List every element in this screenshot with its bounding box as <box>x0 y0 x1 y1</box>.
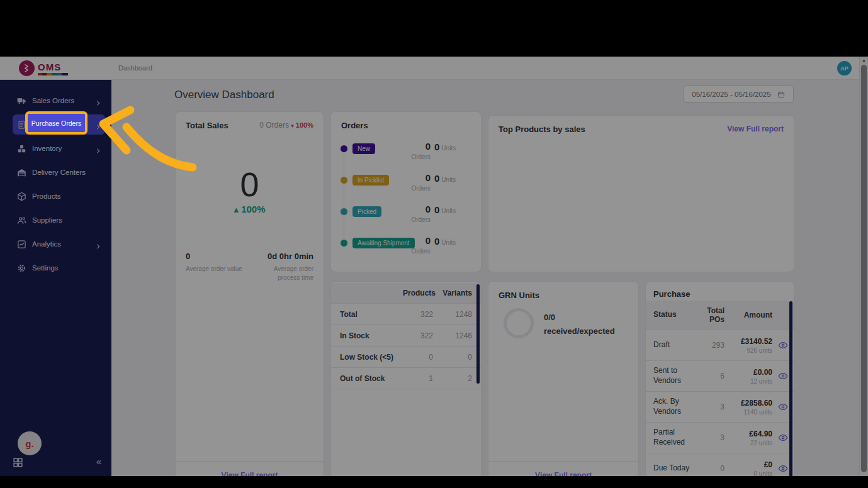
stock-row-in-stock: In Stock 322 1246 <box>331 325 481 347</box>
orders-row-new: New 0Orders 0Units <box>340 141 473 161</box>
orders-row-picked: Picked 0Orders 0Units <box>340 204 473 224</box>
total-sales-view-full-report-link[interactable]: View Full report <box>222 471 278 476</box>
orders-count: 0 <box>426 204 431 214</box>
stock-row-out-of-stock: Out of Stock 1 2 <box>331 368 481 389</box>
date-range-picker[interactable]: 05/16/2025 - 05/16/2025 <box>683 86 794 103</box>
stock-table-scrollbar[interactable] <box>476 284 480 384</box>
grn-view-full-report-link[interactable]: View Full report <box>535 471 592 476</box>
status-badge: Awaiting Shipment <box>352 238 415 248</box>
col-variants: Variants <box>442 289 481 297</box>
sidebar-item-sales-orders[interactable]: Sales Orders <box>0 89 111 113</box>
apps-grid-icon[interactable] <box>13 457 23 470</box>
sidebar-item-label: Products <box>32 192 60 200</box>
calendar-icon <box>777 91 785 98</box>
grn-units-card: GRN Units 0/0 received/expected View Ful… <box>488 281 639 476</box>
total-sales-orders-count: 0 Orders ▾ 100% <box>259 121 313 130</box>
status-dot <box>341 145 347 152</box>
truck-icon <box>17 96 26 106</box>
orders-row-in-picklist: In Picklist 0Orders 0Units <box>340 172 473 192</box>
top-products-card: Top Products by sales View Full report <box>488 115 794 272</box>
status-badge: In Picklist <box>352 175 389 186</box>
chevron-right-icon <box>95 121 101 128</box>
units-count: 0 <box>434 173 439 184</box>
sidebar-item-inventory[interactable]: Inventory <box>0 136 111 160</box>
units-count: 0 <box>434 141 439 152</box>
sidebar-item-analytics[interactable]: Analytics <box>0 232 111 256</box>
scrollbar-thumb[interactable] <box>861 65 867 472</box>
orders-row-awaiting-shipment: Awaiting Shipment 0Orders 0Units <box>340 235 473 255</box>
units-count: 0 <box>434 236 439 247</box>
total-sales-title: Total Sales <box>186 121 228 130</box>
stock-row-total: Total 322 1248 <box>331 304 481 325</box>
analytics-chart-icon <box>17 240 26 249</box>
grn-title: GRN Units <box>499 291 539 300</box>
breadcrumb: Dashboard <box>118 64 152 72</box>
app-window: OMS Dashboard AP Sales Orders Purchase O… <box>0 57 868 476</box>
down-arrow-icon: ▾ <box>291 123 294 129</box>
orders-count: 0 <box>426 235 431 246</box>
col-products: Products <box>403 289 442 297</box>
purchase-row-ack-by-vendors: Ack. By Vendors 3 £2858.601140 units <box>646 392 794 423</box>
units-count: 0 <box>434 204 439 215</box>
status-dot <box>341 208 347 215</box>
gear-icon <box>17 263 26 273</box>
purchase-row-draft: Draft 293 £3140.52926 units <box>646 330 794 361</box>
col-amount: Amount <box>724 311 772 319</box>
top-products-view-full-report-link[interactable]: View Full report <box>727 125 784 133</box>
grn-caption: received/expected <box>544 324 615 338</box>
purchase-table-header: Status Total POs Amount <box>646 301 794 330</box>
sidebar-item-label: Delivery Centers <box>32 169 86 176</box>
col-total-pos: Total POs <box>697 306 724 324</box>
chevron-right-icon <box>95 145 101 152</box>
status-dot <box>341 240 347 247</box>
purchase-table-scrollbar[interactable] <box>789 301 792 476</box>
orders-count: 0 <box>426 172 431 183</box>
sidebar-collapse-button[interactable]: « <box>96 456 101 467</box>
people-icon <box>17 216 26 225</box>
annotation-highlight-purchase-orders[interactable]: Purchase Orders <box>25 111 87 135</box>
user-avatar[interactable]: AP <box>837 61 852 75</box>
warehouse-icon <box>17 168 26 177</box>
scroll-up-arrow-icon[interactable]: ▲ <box>860 58 868 62</box>
oms-logo-icon <box>19 60 35 76</box>
sidebar-item-suppliers[interactable]: Suppliers <box>0 208 111 232</box>
orders-title: Orders <box>341 121 368 130</box>
chevron-right-icon <box>95 97 101 104</box>
orders-card: Orders New 0Orders 0Units In Picklist 0O… <box>330 111 482 272</box>
orders-count: 0 <box>426 141 431 152</box>
sidebar-item-label: Settings <box>32 264 59 272</box>
avg-process-time-block: 0d 0hr 0min Average order process time <box>254 252 313 282</box>
chevron-right-icon <box>95 241 101 247</box>
brand-underline <box>38 73 68 75</box>
sidebar-item-label: Suppliers <box>32 216 62 224</box>
sidebar-item-products[interactable]: Products <box>0 184 111 208</box>
stock-summary-card: Products Variants Total 322 1248 In Stoc… <box>330 281 482 476</box>
sidebar-item-label: Sales Orders <box>32 97 74 104</box>
top-products-title: Top Products by sales <box>499 125 585 134</box>
sidebar-item-label: Inventory <box>32 145 62 152</box>
inventory-boxes-icon <box>17 144 26 153</box>
col-status: Status <box>646 310 697 320</box>
sidebar: Sales Orders Purchase Orders Inventory <box>0 80 111 476</box>
total-sales-card: Total Sales 0 Orders ▾ 100% 0 ▴ 100% 0 A… <box>175 111 324 476</box>
status-badge: Picked <box>352 206 381 217</box>
purchase-row-partial-received: Partial Received 3 £64.9022 units <box>646 423 794 453</box>
sidebar-item-delivery-centers[interactable]: Delivery Centers <box>0 160 111 184</box>
total-sales-change: ▴ 100% <box>176 204 324 215</box>
brand-name: OMS <box>38 62 61 72</box>
grn-value-block: 0/0 received/expected <box>544 311 615 338</box>
grn-value: 0/0 <box>544 311 615 324</box>
date-range-value: 05/16/2025 - 05/16/2025 <box>692 91 770 98</box>
g-logo: g. <box>18 431 42 455</box>
status-badge: New <box>352 143 375 154</box>
stock-table-header: Products Variants <box>331 283 481 304</box>
grn-progress-ring <box>504 308 534 338</box>
purchase-title: Purchase <box>653 289 690 299</box>
page-title: Overview Dashboard <box>174 89 274 101</box>
top-bar: OMS Dashboard AP <box>0 57 859 80</box>
sidebar-item-label: Analytics <box>32 240 61 248</box>
page-scrollbar[interactable]: ▲ <box>859 57 868 476</box>
avg-order-value-block: 0 Average order value <box>186 252 242 282</box>
sidebar-item-settings[interactable]: Settings <box>0 256 111 280</box>
stock-row-low-stock: Low Stock (<5) 0 0 <box>331 347 481 368</box>
